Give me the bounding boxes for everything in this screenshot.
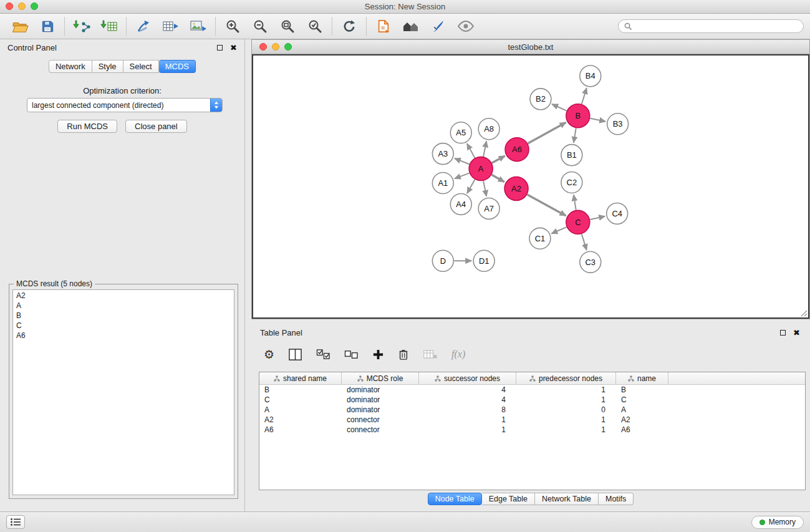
node-B[interactable]: B bbox=[566, 104, 590, 128]
cell-mcds-role[interactable]: dominator bbox=[342, 385, 419, 395]
column-visibility-button[interactable] bbox=[288, 348, 302, 361]
node-C[interactable]: C bbox=[566, 210, 590, 234]
apply-style-button[interactable] bbox=[425, 16, 452, 37]
cell-mcds-role[interactable]: dominator bbox=[342, 395, 419, 405]
deselect-all-rows-button[interactable] bbox=[344, 349, 359, 360]
search-input[interactable] bbox=[635, 22, 798, 31]
edge-A-A7[interactable] bbox=[483, 181, 486, 196]
control-tab-network[interactable]: Network bbox=[49, 60, 92, 73]
show-graphics-details-button[interactable] bbox=[452, 16, 480, 37]
edge-A-A5[interactable] bbox=[467, 143, 475, 158]
function-builder-button[interactable]: f(x) bbox=[451, 349, 465, 360]
node-B1[interactable]: B1 bbox=[561, 145, 582, 166]
edge-A2-C[interactable] bbox=[528, 195, 566, 216]
close-panel-icon[interactable]: ✖ bbox=[230, 44, 237, 52]
table-tab-edge-table[interactable]: Edge Table bbox=[482, 493, 535, 505]
cell-shared-name[interactable]: A bbox=[259, 405, 342, 415]
network-graph[interactable]: AA1A2A3A4A5A6A7A8BB1B2B3B4CC1C2C3C4DD1 bbox=[253, 56, 808, 317]
table-settings-gear-icon[interactable]: ⚙ bbox=[264, 349, 274, 360]
node-C4[interactable]: C4 bbox=[607, 203, 628, 224]
close-panel-button[interactable]: Close panel bbox=[125, 120, 187, 133]
cell-successor-nodes[interactable]: 4 bbox=[419, 385, 516, 395]
column-header-shared-name[interactable]: shared name bbox=[259, 372, 342, 384]
select-all-rows-button[interactable] bbox=[316, 349, 330, 360]
edge-A6-B[interactable] bbox=[528, 122, 566, 143]
node-A4[interactable]: A4 bbox=[450, 193, 471, 215]
cell-predecessor-nodes[interactable]: 1 bbox=[516, 425, 616, 435]
cell-shared-name[interactable]: A6 bbox=[259, 425, 342, 435]
node-C2[interactable]: C2 bbox=[561, 172, 582, 193]
mcds-result-item[interactable]: A2 bbox=[13, 291, 234, 301]
cell-predecessor-nodes[interactable]: 1 bbox=[516, 395, 616, 405]
node-D[interactable]: D bbox=[432, 250, 453, 271]
column-header-name[interactable]: name bbox=[616, 372, 668, 384]
mcds-result-item[interactable]: B bbox=[13, 311, 234, 321]
cell-successor-nodes[interactable]: 4 bbox=[419, 395, 516, 405]
node-A2[interactable]: A2 bbox=[504, 177, 528, 201]
node-A6[interactable]: A6 bbox=[505, 138, 529, 162]
close-panel-icon[interactable]: ✖ bbox=[793, 329, 800, 337]
edge-C-C4[interactable] bbox=[590, 216, 605, 220]
home-layout-button[interactable] bbox=[397, 16, 425, 37]
node-A5[interactable]: A5 bbox=[450, 122, 471, 143]
cell-shared-name[interactable]: A2 bbox=[259, 415, 342, 425]
resize-grip[interactable] bbox=[799, 308, 808, 317]
table-row[interactable]: A2connector11A2 bbox=[259, 415, 805, 425]
cell-name[interactable]: B bbox=[616, 385, 668, 395]
new-table-button[interactable] bbox=[157, 16, 185, 37]
mcds-result-item[interactable]: A bbox=[13, 301, 234, 311]
delete-rows-button[interactable] bbox=[398, 348, 409, 360]
node-B2[interactable]: B2 bbox=[530, 89, 551, 110]
node-A[interactable]: A bbox=[469, 157, 493, 181]
column-header-predecessor-nodes[interactable]: predecessor nodes bbox=[516, 372, 616, 384]
task-history-button[interactable] bbox=[6, 515, 25, 529]
float-panel-icon[interactable] bbox=[217, 45, 223, 51]
minimize-network-window-button[interactable] bbox=[272, 43, 279, 51]
network-canvas[interactable]: AA1A2A3A4A5A6A7A8BB1B2B3B4CC1C2C3C4DD1 bbox=[252, 54, 809, 319]
node-A7[interactable]: A7 bbox=[478, 198, 499, 219]
node-B4[interactable]: B4 bbox=[580, 65, 601, 87]
node-A8[interactable]: A8 bbox=[478, 118, 499, 140]
control-tab-style[interactable]: Style bbox=[92, 60, 123, 73]
node-B3[interactable]: B3 bbox=[607, 114, 629, 135]
toolbar-search[interactable] bbox=[618, 19, 804, 33]
cell-predecessor-nodes[interactable]: 0 bbox=[516, 405, 616, 415]
node-D1[interactable]: D1 bbox=[473, 250, 494, 271]
edge-A-A4[interactable] bbox=[467, 180, 475, 193]
node-C3[interactable]: C3 bbox=[580, 251, 601, 273]
cell-mcds-role[interactable]: connector bbox=[342, 425, 419, 435]
import-network-button[interactable] bbox=[68, 16, 95, 37]
cell-shared-name[interactable]: B bbox=[259, 385, 342, 395]
optimization-criterion-select[interactable]: largest connected component (directed) bbox=[27, 98, 223, 112]
memory-button[interactable]: Memory bbox=[751, 516, 804, 529]
edge-A-A1[interactable] bbox=[455, 173, 470, 179]
cell-name[interactable]: A6 bbox=[616, 425, 668, 435]
cell-name[interactable]: A bbox=[616, 405, 668, 415]
node-A1[interactable]: A1 bbox=[432, 173, 453, 194]
delete-table-button-disabled[interactable] bbox=[423, 349, 438, 360]
mcds-result-list[interactable]: A2ABCA6 bbox=[12, 289, 234, 495]
cell-successor-nodes[interactable]: 8 bbox=[419, 405, 516, 415]
table-tab-motifs[interactable]: Motifs bbox=[599, 493, 634, 505]
control-tab-mcds[interactable]: MCDS bbox=[159, 60, 196, 73]
table-row[interactable]: Cdominator41C bbox=[259, 395, 805, 405]
zoom-out-button[interactable] bbox=[246, 16, 274, 37]
edge-C-C3[interactable] bbox=[582, 234, 587, 250]
add-row-button[interactable] bbox=[372, 349, 384, 360]
edge-B-B3[interactable] bbox=[590, 118, 605, 122]
edge-B-B4[interactable] bbox=[582, 88, 587, 104]
cell-predecessor-nodes[interactable]: 1 bbox=[516, 415, 616, 425]
control-tab-select[interactable]: Select bbox=[123, 60, 159, 73]
edge-A-A3[interactable] bbox=[455, 158, 470, 164]
edge-A-A2[interactable] bbox=[492, 175, 504, 181]
edge-B-B2[interactable] bbox=[552, 104, 567, 111]
export-image-button[interactable] bbox=[185, 16, 212, 37]
node-C1[interactable]: C1 bbox=[529, 228, 551, 249]
float-panel-icon[interactable] bbox=[780, 330, 786, 336]
cell-mcds-role[interactable]: dominator bbox=[342, 405, 419, 415]
zoom-selected-button[interactable] bbox=[301, 16, 329, 37]
edge-C-C2[interactable] bbox=[574, 195, 576, 210]
edge-C-C1[interactable] bbox=[551, 227, 566, 233]
maximize-window-button[interactable] bbox=[31, 2, 38, 10]
edge-B-B1[interactable] bbox=[574, 128, 576, 143]
